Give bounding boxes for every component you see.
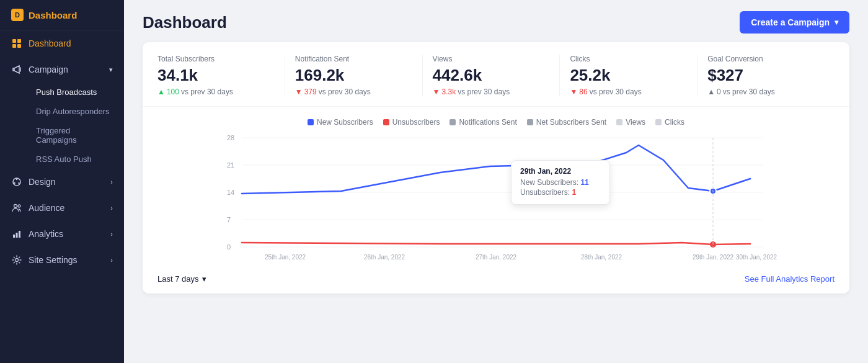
- sidebar-item-site-settings[interactable]: Site Settings ›: [0, 247, 124, 273]
- chevron-right-icon4: ›: [110, 256, 113, 264]
- design-label: Design: [29, 177, 56, 187]
- arrow-up-icon2: ▲: [707, 87, 715, 96]
- sidebar: D Dashboard Dashboard Campaign ▾ Push Br…: [0, 0, 124, 363]
- stat-label-1: Notification Sent: [295, 55, 412, 63]
- sidebar-item-design[interactable]: Design ›: [0, 169, 124, 195]
- stat-change-4: ▲ 0 vs prev 30 days: [707, 87, 825, 96]
- sidebar-item-analytics[interactable]: Analytics ›: [0, 221, 124, 247]
- stat-change-3: ▼ 86 vs prev 30 days: [570, 87, 687, 96]
- legend-label-0: New Subscribers: [317, 118, 373, 127]
- sidebar-logo[interactable]: D Dashboard: [0, 0, 124, 30]
- legend-unsubscribers: Unsubscribers: [383, 118, 440, 127]
- stat-value-0: 34.1k: [157, 66, 275, 85]
- legend-clicks: Clicks: [655, 118, 684, 127]
- legend-dot-gray1: [450, 119, 456, 125]
- legend-label-5: Clicks: [665, 118, 684, 127]
- arrow-down-icon1: ▼: [295, 87, 303, 96]
- chart-area: New Subscribers Unsubscribers Notificati…: [143, 107, 849, 268]
- svg-point-9: [18, 205, 20, 207]
- legend-dot-gray2: [527, 119, 533, 125]
- stat-change-text-3: vs prev 30 days: [590, 87, 642, 96]
- stat-change-2: ▼ 3.3k vs prev 30 days: [433, 87, 550, 96]
- svg-point-8: [14, 205, 17, 208]
- stat-label-3: Clicks: [570, 55, 687, 63]
- svg-point-7: [14, 182, 15, 184]
- legend-dot-red: [383, 119, 389, 125]
- stat-change-1: ▼ 379 vs prev 30 days: [295, 87, 412, 96]
- svg-rect-10: [13, 235, 15, 238]
- legend-label-3: Net Subscribers Sent: [536, 118, 606, 127]
- campaign-label: Campaign: [29, 65, 68, 74]
- sidebar-item-audience[interactable]: Audience ›: [0, 195, 124, 221]
- users-icon: [11, 202, 22, 213]
- page-title: Dashboard: [143, 13, 227, 32]
- stat-value-4: $327: [707, 66, 825, 85]
- legend-dot-gray4: [655, 119, 662, 125]
- chart-footer: Last 7 days ▾ See Full Analytics Report: [143, 268, 849, 294]
- main-content: Dashboard Create a Campaign ▾ Total Subs…: [124, 0, 868, 363]
- stat-change-0: ▲ 100 vs prev 30 days: [157, 87, 275, 96]
- stats-row: Total Subscribers 34.1k ▲ 100 vs prev 30…: [143, 55, 849, 107]
- stats-card: Total Subscribers 34.1k ▲ 100 vs prev 30…: [143, 42, 849, 294]
- svg-rect-1: [17, 39, 21, 43]
- stat-change-val-0: 100: [167, 87, 179, 96]
- subnav-drip-autoresponders[interactable]: Drip Autoresponders: [25, 102, 124, 121]
- arrow-up-icon: ▲: [157, 87, 165, 96]
- svg-text:25th Jan, 2022: 25th Jan, 2022: [265, 254, 306, 261]
- chart-icon: [11, 228, 22, 240]
- arrow-down-icon2: ▼: [433, 87, 440, 96]
- legend-new-subscribers: New Subscribers: [308, 118, 373, 127]
- see-full-report-link[interactable]: See Full Analytics Report: [745, 274, 835, 284]
- subnav-rss-auto-push[interactable]: RSS Auto Push: [25, 150, 124, 169]
- legend-views: Views: [616, 118, 645, 127]
- svg-rect-11: [16, 233, 18, 238]
- svg-text:27th Jan, 2022: 27th Jan, 2022: [476, 254, 517, 261]
- svg-rect-2: [12, 44, 16, 48]
- svg-rect-12: [19, 231, 20, 238]
- svg-rect-3: [17, 44, 21, 48]
- stat-label-0: Total Subscribers: [157, 55, 275, 63]
- svg-text:26th Jan, 2022: 26th Jan, 2022: [364, 254, 405, 261]
- chart-svg: 28 21 14 7 0: [157, 129, 835, 266]
- svg-text:0: 0: [227, 243, 231, 251]
- logo-icon: D: [11, 9, 24, 21]
- svg-point-6: [18, 182, 19, 184]
- stat-change-text-1: vs prev 30 days: [319, 87, 371, 96]
- chevron-right-icon: ›: [110, 178, 113, 186]
- svg-text:28: 28: [227, 134, 234, 141]
- svg-point-5: [16, 179, 17, 180]
- svg-text:7: 7: [227, 216, 231, 223]
- legend-label-1: Unsubscribers: [392, 118, 440, 127]
- stat-goal-conversion: Goal Conversion $327 ▲ 0 vs prev 30 days: [698, 55, 835, 96]
- stat-total-subscribers: Total Subscribers 34.1k ▲ 100 vs prev 30…: [157, 55, 285, 96]
- time-filter-button[interactable]: Last 7 days ▾: [157, 274, 206, 284]
- legend-dot-gray3: [616, 119, 622, 125]
- svg-rect-0: [12, 39, 16, 43]
- chevron-down-icon3: ▾: [202, 274, 206, 284]
- create-btn-label: Create a Campaign: [751, 17, 830, 27]
- stat-change-text-0: vs prev 30 days: [181, 87, 233, 96]
- subnav-triggered-campaigns[interactable]: Triggered Campaigns: [25, 121, 124, 150]
- svg-text:14: 14: [227, 189, 234, 196]
- chevron-right-icon3: ›: [110, 230, 113, 238]
- legend-label-4: Views: [626, 118, 645, 127]
- svg-point-13: [16, 259, 19, 262]
- legend-dot-blue: [308, 119, 314, 125]
- megaphone-icon: [11, 64, 22, 75]
- subnav-push-broadcasts[interactable]: Push Broadcasts: [25, 83, 124, 102]
- stat-value-2: 442.6k: [433, 66, 550, 85]
- create-campaign-button[interactable]: Create a Campaign ▾: [740, 11, 849, 34]
- time-filter-label: Last 7 days: [157, 274, 199, 284]
- sidebar-item-dashboard[interactable]: Dashboard: [0, 30, 124, 56]
- chevron-down-icon: ▾: [109, 66, 113, 74]
- chart-legend: New Subscribers Unsubscribers Notificati…: [157, 113, 835, 129]
- palette-icon: [11, 176, 22, 187]
- svg-text:21: 21: [227, 161, 234, 169]
- sidebar-item-campaign[interactable]: Campaign ▾: [0, 56, 124, 83]
- arrow-down-icon3: ▼: [570, 87, 577, 96]
- chevron-down-icon2: ▾: [835, 18, 838, 27]
- dashboard-label: Dashboard: [29, 38, 71, 48]
- stat-clicks: Clicks 25.2k ▼ 86 vs prev 30 days: [560, 55, 698, 96]
- stat-change-val-1: 379: [304, 87, 317, 96]
- stat-change-text-4: vs prev 30 days: [723, 87, 775, 96]
